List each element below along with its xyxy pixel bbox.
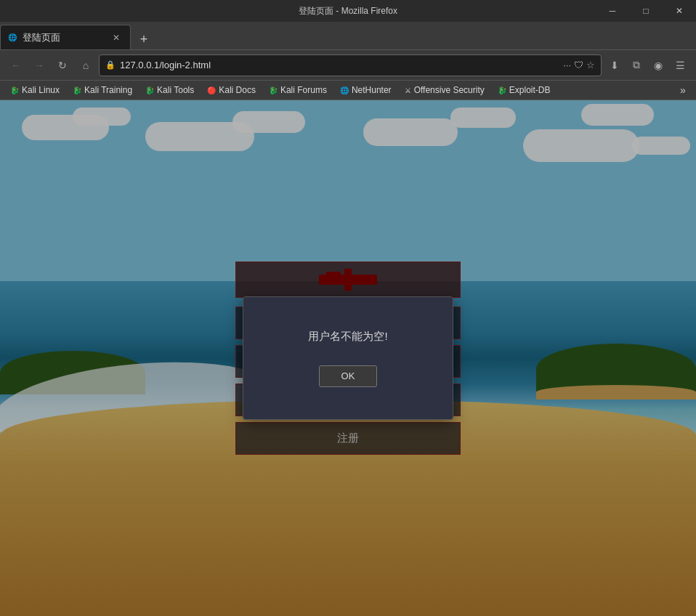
nethunter-label: NetHunter <box>352 85 392 95</box>
bookmark-nethunter[interactable]: 🌐 NetHunter <box>334 84 397 97</box>
window-controls: ─ □ ✕ <box>596 0 696 22</box>
kali-forums-label: Kali Forums <box>280 85 327 95</box>
minimize-button[interactable]: ─ <box>596 0 629 22</box>
offensive-security-favicon: ⚔ <box>405 86 411 94</box>
menu-button[interactable]: ☰ <box>670 55 690 76</box>
profile-icon[interactable]: ◉ <box>648 55 668 76</box>
bookmarks-bar: 🐉 Kali Linux 🐉 Kali Training 🐉 Kali Tool… <box>0 80 696 100</box>
kali-training-label: Kali Training <box>84 85 132 95</box>
window-title: 登陆页面 - Mozilla Firefox <box>299 5 397 17</box>
dialog-overlay: 用户名不能为空! OK <box>0 100 696 616</box>
address-bar[interactable]: 🔒 127.0.0.1/login-2.html ··· 🛡 ☆ <box>99 54 602 76</box>
browser-actions: ⬇ ⧉ ◉ ☰ <box>604 55 690 76</box>
lock-icon: 🔒 <box>105 60 116 70</box>
kali-linux-label: Kali Linux <box>22 85 60 95</box>
back-button[interactable]: ← <box>6 55 26 76</box>
dialog-ok-button[interactable]: OK <box>319 365 377 387</box>
kali-docs-label: Kali Docs <box>219 85 256 95</box>
tabs-icon[interactable]: ⧉ <box>626 55 647 76</box>
forward-button[interactable]: → <box>29 55 49 76</box>
nethunter-favicon: 🌐 <box>340 86 349 94</box>
maximize-button[interactable]: □ <box>629 0 663 22</box>
home-button[interactable]: ⌂ <box>76 55 96 76</box>
kali-tools-favicon: 🐉 <box>145 86 154 94</box>
dialog-message: 用户名不能为空! <box>308 330 387 344</box>
address-bar-icons: ··· 🛡 ☆ <box>563 60 595 70</box>
nav-bar: ← → ↻ ⌂ 🔒 127.0.0.1/login-2.html ··· 🛡 ☆… <box>0 49 696 80</box>
reload-button[interactable]: ↻ <box>52 55 73 76</box>
offensive-security-label: Offensive Security <box>414 85 485 95</box>
bookmark-kali-tools[interactable]: 🐉 Kali Tools <box>139 84 200 97</box>
bookmark-kali-docs[interactable]: 🔴 Kali Docs <box>201 84 262 97</box>
downloads-icon[interactable]: ⬇ <box>604 55 625 76</box>
tab-close-button[interactable]: ✕ <box>110 31 123 44</box>
more-icon[interactable]: ··· <box>563 60 571 70</box>
window-titlebar: 登陆页面 - Mozilla Firefox ─ □ ✕ <box>0 0 696 22</box>
bookmark-offensive-security[interactable]: ⚔ Offensive Security <box>399 84 490 97</box>
exploit-db-label: Exploit-DB <box>509 85 551 95</box>
close-button[interactable]: ✕ <box>663 0 696 22</box>
shield-icon[interactable]: 🛡 <box>574 60 583 70</box>
tab-label: 登陆页面 <box>23 31 60 44</box>
beach-background: 登录 注册 用户名不能为空! OK <box>0 100 696 616</box>
kali-docs-favicon: 🔴 <box>207 86 216 94</box>
bookmark-star-icon[interactable]: ☆ <box>586 60 595 70</box>
browser-content: 登录 注册 用户名不能为空! OK <box>0 100 696 616</box>
tab-bar: 🌐 登陆页面 ✕ + <box>0 22 696 49</box>
more-bookmarks-button[interactable]: » <box>674 81 692 99</box>
tab-favicon: 🌐 <box>8 33 17 41</box>
kali-linux-favicon: 🐉 <box>10 86 19 94</box>
kali-tools-label: Kali Tools <box>157 85 194 95</box>
exploit-db-favicon: 🐉 <box>498 86 506 94</box>
active-tab[interactable]: 🌐 登陆页面 ✕ <box>0 25 131 49</box>
bookmark-kali-forums[interactable]: 🐉 Kali Forums <box>263 84 333 97</box>
new-tab-button[interactable]: + <box>134 29 154 49</box>
alert-dialog: 用户名不能为空! OK <box>243 296 453 420</box>
bookmark-exploit-db[interactable]: 🐉 Exploit-DB <box>492 84 557 97</box>
kali-training-favicon: 🐉 <box>73 86 81 94</box>
url-display: 127.0.0.1/login-2.html <box>120 60 559 70</box>
bookmark-kali-training[interactable]: 🐉 Kali Training <box>67 84 138 97</box>
kali-forums-favicon: 🐉 <box>269 86 278 94</box>
bookmark-kali-linux[interactable]: 🐉 Kali Linux <box>4 84 65 97</box>
